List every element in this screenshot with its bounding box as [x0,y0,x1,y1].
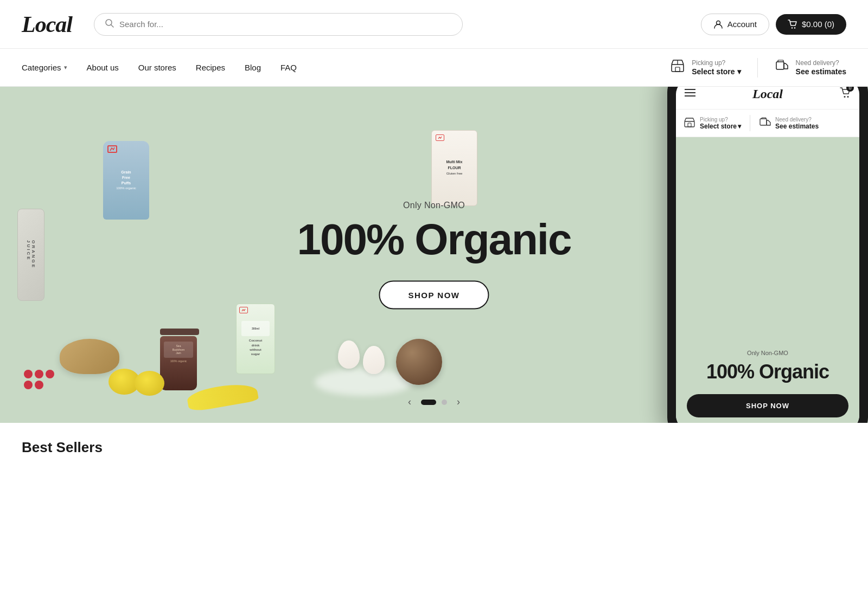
svg-point-3 [792,27,793,28]
phone-hero-title: 100% Organic [706,361,829,383]
brand-name: Local [22,12,72,37]
phone-hero-area: Only Non-GMO 100% Organic SHOP NOW [676,137,859,423]
phone-store-icon [684,116,695,131]
product-berries [23,369,55,390]
product-banana [187,386,258,407]
nav-left: Categories ▾ About us Our stores Recipes… [22,63,670,72]
product-coconut-drink: 300ml Coconutdrinkwithoutsugar [236,304,275,374]
carousel-dot-2[interactable] [442,400,447,405]
phone-mockup: Local 0 [667,87,868,423]
logo[interactable]: Local [22,11,72,37]
delivery-icon [774,58,789,77]
phone-see-estimates[interactable]: See estimates [775,123,819,130]
phone-menu-icon[interactable] [685,88,695,100]
cart-button[interactable]: $0.00 (0) [776,14,846,35]
phone-top-bar: Local 0 [676,87,859,110]
svg-rect-5 [672,65,684,72]
phone-pickup-option[interactable]: Picking up? Select store ▾ [684,116,741,131]
nav-faq[interactable]: FAQ [280,63,297,72]
nav-blog[interactable]: Blog [245,63,261,72]
carousel-dot-1[interactable] [421,400,436,405]
svg-rect-16 [760,119,767,125]
phone-pickup-info: Picking up? Select store ▾ [700,117,741,130]
best-sellers-title: Best Sellers [22,439,846,456]
phone-cart-icon[interactable]: 0 [840,87,851,101]
product-orange-juice: ORANGEJUICE [17,209,44,301]
delivery-info: Need delivery? See estimates [796,59,846,75]
nav-categories[interactable]: Categories ▾ [22,63,67,72]
phone-nav-divider [750,115,750,131]
svg-rect-6 [675,67,680,72]
phone-select-store[interactable]: Select store ▾ [700,123,741,130]
nav-about-us[interactable]: About us [87,63,119,72]
svg-point-12 [844,96,846,98]
select-store-action[interactable]: Select store ▾ [692,67,741,76]
svg-line-1 [111,24,113,27]
phone-cart-badge: 0 [846,87,854,92]
categories-chevron: ▾ [64,64,67,71]
product-eggs [336,340,386,374]
carousel-prev[interactable]: ‹ [404,394,416,410]
search-icon [105,19,114,30]
store-icon [670,58,685,77]
carousel-next[interactable]: › [452,394,464,410]
phone-nav-strip: Picking up? Select store ▾ [676,110,859,137]
phone-delivery-option[interactable]: Need delivery? See estimates [759,116,819,131]
nav-our-stores[interactable]: Our stores [138,63,176,72]
svg-point-4 [794,27,795,28]
product-flour-bag: Multi MixFLOURGluten free [431,130,477,206]
svg-rect-15 [688,123,691,127]
shop-now-button[interactable]: SHOP NOW [379,281,489,310]
product-lemons [108,369,164,396]
account-button[interactable]: Account [701,14,769,35]
phone-delivery-info: Need delivery? See estimates [775,117,819,130]
carousel-controls: ‹ › [404,394,464,410]
top-header: Local Account $0.00 (0) [0,0,868,49]
hero-text-content: Only Non-GMO 100% Organic SHOP NOW [297,201,571,310]
cart-label: $0.00 (0) [802,20,834,29]
best-sellers-section: Best Sellers [0,423,868,456]
search-bar[interactable] [94,13,463,36]
svg-point-13 [847,96,849,98]
see-estimates-action[interactable]: See estimates [796,67,846,76]
product-jam-jar: SeaBuckthornJam 100% organic [160,323,199,390]
svg-rect-14 [685,121,694,127]
navigation-bar: Categories ▾ About us Our stores Recipes… [0,49,868,87]
phone-shop-now-button[interactable]: SHOP NOW [687,394,848,417]
pickup-info: Picking up? Select store ▾ [692,59,741,75]
header-right: Account $0.00 (0) [701,14,846,35]
hero-title: 100% Organic [297,218,571,261]
product-grain-puffs: GrainFreePuffs100% organic [103,141,149,220]
hero-subtitle: Only Non-GMO [297,201,571,210]
hero-section: ORANGEJUICE GrainFreePuffs100% organic S… [0,87,868,423]
svg-rect-8 [776,62,784,69]
select-store-chevron: ▾ [737,67,741,76]
delivery-option[interactable]: Need delivery? See estimates [774,58,846,77]
pickup-option[interactable]: Picking up? Select store ▾ [670,58,741,77]
nav-recipes[interactable]: Recipes [196,63,225,72]
nav-right: Picking up? Select store ▾ Need delivery… [670,58,846,78]
search-input[interactable] [119,20,451,29]
phone-hero-subtitle: Only Non-GMO [747,350,788,356]
product-bread [60,339,119,374]
nav-divider [757,58,758,78]
account-label: Account [727,20,757,29]
phone-logo: Local [695,87,840,101]
phone-delivery-icon [759,116,771,131]
flour-heap [315,369,412,396]
product-coconut [396,339,442,385]
phone-screen: Local 0 [676,87,859,423]
